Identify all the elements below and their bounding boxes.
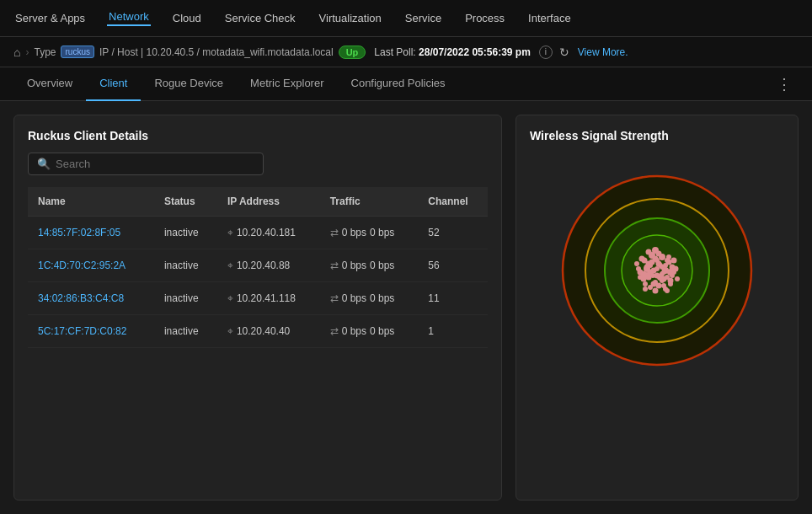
ip-address: 10.20.40.181 — [237, 227, 296, 238]
col-status: Status — [154, 187, 217, 217]
col-name: Name — [28, 187, 154, 217]
cell-ip: ⌖ 10.20.40.181 — [217, 217, 320, 249]
svg-point-44 — [665, 258, 670, 263]
cell-name: 14:85:7F:02:8F:05 — [28, 217, 154, 249]
nav-service-check[interactable]: Service Check — [223, 12, 297, 24]
top-navigation: Server & Apps Network Cloud Service Chec… — [0, 0, 812, 37]
cell-status: inactive — [154, 249, 217, 282]
traffic-in: 0 bps — [342, 292, 366, 304]
table-header-row: Name Status IP Address Traffic Channel — [28, 187, 488, 217]
svg-point-29 — [636, 266, 641, 271]
col-traffic: Traffic — [320, 187, 419, 217]
right-panel: Wireless Signal Strength — [516, 115, 799, 501]
cell-traffic: ⇄ 0 bps 0 bps — [320, 315, 419, 348]
col-ip: IP Address — [217, 187, 320, 217]
cell-name: 34:02:86:B3:C4:C8 — [28, 282, 154, 315]
nav-network[interactable]: Network — [107, 10, 151, 26]
traffic-arrows-icon: ⇄ — [330, 260, 339, 271]
traffic-in: 0 bps — [342, 227, 366, 238]
tab-client[interactable]: Client — [86, 67, 141, 101]
mac-address-link[interactable]: 5C:17:CF:7D:C0:82 — [38, 325, 126, 337]
ruckus-badge: ruckus — [61, 46, 93, 58]
refresh-icon[interactable]: ↻ — [559, 46, 569, 59]
svg-point-55 — [668, 281, 673, 286]
breadcrumb-bar: ⌂ › Type ruckus IP / Host | 10.20.40.5 /… — [0, 37, 812, 67]
nav-process[interactable]: Process — [463, 12, 506, 24]
svg-point-54 — [641, 271, 647, 277]
ip-address: 10.20.40.40 — [237, 325, 290, 337]
svg-point-40 — [643, 286, 648, 292]
cell-status: inactive — [154, 282, 217, 315]
location-icon: ⌖ — [227, 325, 233, 337]
cell-traffic: ⇄ 0 bps 0 bps — [320, 217, 419, 249]
nav-cloud[interactable]: Cloud — [171, 12, 203, 24]
breadcrumb-type: Type — [34, 46, 56, 58]
tab-rogue-device[interactable]: Rogue Device — [141, 67, 237, 101]
cell-ip: ⌖ 10.20.41.118 — [217, 282, 320, 315]
svg-point-59 — [658, 263, 663, 268]
ip-address: 10.20.41.118 — [237, 292, 296, 304]
cell-ip: ⌖ 10.20.40.40 — [217, 315, 320, 348]
svg-point-30 — [656, 251, 662, 257]
svg-point-53 — [671, 270, 676, 275]
svg-point-61 — [665, 275, 670, 280]
cell-channel: 56 — [418, 249, 488, 282]
search-input[interactable] — [56, 158, 254, 170]
traffic-out: 0 bps — [370, 325, 394, 337]
traffic-out: 0 bps — [370, 260, 394, 271]
col-channel: Channel — [418, 187, 488, 217]
svg-point-43 — [646, 275, 652, 281]
nav-service[interactable]: Service — [403, 12, 443, 24]
svg-point-36 — [639, 256, 645, 262]
poll-time: 28/07/2022 05:56:39 pm — [419, 46, 531, 58]
svg-point-17 — [634, 261, 639, 266]
traffic-in: 0 bps — [342, 260, 366, 271]
status-badge-up: Up — [339, 46, 366, 59]
ip-address: 10.20.40.88 — [237, 260, 290, 271]
svg-point-34 — [653, 288, 659, 294]
cell-channel: 52 — [418, 217, 488, 249]
right-panel-title: Wireless Signal Strength — [530, 129, 669, 142]
mac-address-link[interactable]: 1C:4D:70:C2:95:2A — [38, 260, 126, 271]
client-table: Name Status IP Address Traffic Channel 1… — [28, 187, 488, 348]
tab-metric-explorer[interactable]: Metric Explorer — [237, 67, 337, 101]
traffic-in: 0 bps — [342, 325, 366, 337]
view-more-link[interactable]: View More. — [578, 46, 628, 58]
tab-more-menu[interactable]: ⋮ — [770, 75, 799, 94]
table-row: 5C:17:CF:7D:C0:82 inactive ⌖ 10.20.40.40… — [28, 315, 488, 348]
location-icon: ⌖ — [227, 292, 233, 304]
cell-name: 5C:17:CF:7D:C0:82 — [28, 315, 154, 348]
nav-interface[interactable]: Interface — [526, 12, 573, 24]
mac-address-link[interactable]: 14:85:7F:02:8F:05 — [38, 227, 120, 238]
location-icon: ⌖ — [227, 227, 233, 238]
nav-server-apps[interactable]: Server & Apps — [13, 12, 87, 24]
info-icon[interactable]: i — [539, 46, 553, 59]
traffic-arrows-icon: ⇄ — [330, 325, 339, 337]
svg-point-60 — [654, 273, 660, 279]
mac-address-link[interactable]: 34:02:86:B3:C4:C8 — [38, 292, 124, 304]
signal-strength-svg — [556, 169, 758, 372]
search-box[interactable]: 🔍 — [28, 153, 264, 175]
home-icon[interactable]: ⌂ — [13, 46, 20, 59]
svg-point-28 — [671, 258, 677, 264]
table-row: 34:02:86:B3:C4:C8 inactive ⌖ 10.20.41.11… — [28, 282, 488, 315]
svg-point-51 — [663, 263, 668, 268]
svg-point-49 — [660, 278, 665, 283]
tab-overview[interactable]: Overview — [13, 67, 86, 101]
left-panel: Ruckus Client Details 🔍 Name Status IP A… — [13, 115, 502, 501]
svg-point-31 — [663, 286, 668, 292]
cell-channel: 1 — [418, 315, 488, 348]
svg-point-52 — [653, 256, 659, 262]
poll-label: Last Poll: — [374, 46, 415, 58]
tab-configured-policies[interactable]: Configured Policies — [338, 67, 459, 101]
breadcrumb-path: IP / Host | 10.20.40.5 / motadata_wifi.m… — [99, 46, 334, 58]
svg-point-56 — [651, 281, 657, 287]
ruckus-label: ruckus — [65, 47, 89, 56]
svg-point-62 — [646, 261, 652, 267]
cell-ip: ⌖ 10.20.40.88 — [217, 249, 320, 282]
location-icon: ⌖ — [227, 260, 233, 271]
svg-point-37 — [675, 276, 680, 281]
tab-bar: Overview Client Rogue Device Metric Expl… — [0, 67, 812, 101]
nav-virtualization[interactable]: Virtualization — [318, 12, 383, 24]
breadcrumb-separator: › — [25, 46, 29, 58]
